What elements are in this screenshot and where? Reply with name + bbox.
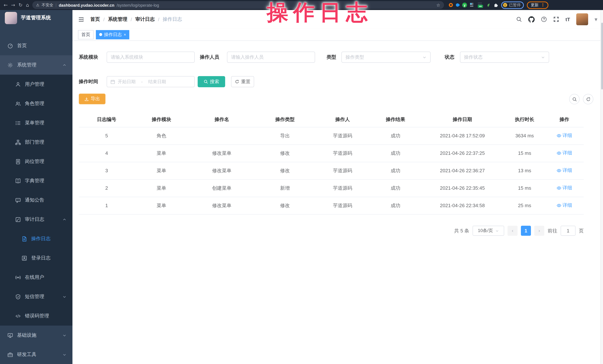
breadcrumb-home[interactable]: 首页 <box>90 16 100 23</box>
current-page-button[interactable]: 1 <box>521 226 531 236</box>
avatar[interactable] <box>576 13 588 25</box>
extension-switch-icon[interactable]: on <box>478 3 483 7</box>
page-size-select[interactable]: 10条/页 <box>473 226 504 236</box>
sidebar-logo-row[interactable]: 芋道管理系统 <box>0 10 72 26</box>
cell-operator: 芋道源码 <box>315 162 371 179</box>
next-page-button[interactable]: › <box>534 226 544 236</box>
logo-image <box>5 12 17 24</box>
breadcrumb-separator: / <box>158 17 159 22</box>
chevron-up-icon <box>62 217 67 221</box>
chevron-down-icon <box>62 295 67 299</box>
extension-y-icon[interactable]: y <box>462 3 467 7</box>
browser-forward-icon[interactable]: → <box>11 3 15 7</box>
help-icon[interactable] <box>541 16 547 22</box>
operate-log-table: 日志编号 操作模块 操作名 操作类型 操作人 操作结果 操作日期 执行时长 操作 <box>79 112 584 214</box>
code-icon <box>15 313 21 319</box>
sidebar-item-posts[interactable]: 岗位管理 <box>0 152 72 171</box>
toggle-search-button[interactable] <box>569 94 580 104</box>
detail-link[interactable]: 详细 <box>557 150 572 156</box>
sidebar-item-label: 错误码管理 <box>25 313 49 319</box>
sidebar-item-login-log[interactable]: 登录日志 <box>0 248 72 268</box>
fullscreen-icon[interactable] <box>553 16 559 22</box>
breadcrumb-system[interactable]: 系统管理 <box>108 16 127 23</box>
cell-type: 修改 <box>255 144 315 162</box>
sidebar-item-label: 菜单管理 <box>25 120 44 126</box>
browser-back-icon[interactable]: ← <box>4 3 8 7</box>
sidebar-item-label: 首页 <box>17 42 27 49</box>
sidebar-item-error-codes[interactable]: 错误码管理 <box>0 306 72 326</box>
pagination-total: 共 5 条 <box>454 227 469 234</box>
sidebar-item-dev-tools[interactable]: 研发工具 <box>0 345 72 364</box>
detail-link[interactable]: 详细 <box>557 185 572 191</box>
sidebar-item-online-users[interactable]: 在线用户 <box>0 268 72 287</box>
tag-home[interactable]: 首页 <box>78 30 94 39</box>
breadcrumb-operate-log: 操作日志 <box>163 16 182 23</box>
extension-puzzle-icon[interactable] <box>493 3 498 7</box>
page-scrollbar[interactable] <box>600 10 603 364</box>
sidebar-item-home[interactable]: 首页 <box>0 36 72 55</box>
bookmark-star-icon[interactable]: ☆ <box>436 2 440 8</box>
extension-tabs-icon[interactable]: ◆ <box>470 3 475 7</box>
browser-menu-icon[interactable]: ⋮ <box>541 3 545 7</box>
reset-button[interactable]: 重置 <box>231 76 254 87</box>
export-button[interactable]: 导出 <box>79 94 105 104</box>
extension-drop-icon[interactable] <box>455 3 460 7</box>
sidebar-item-roles[interactable]: 角色管理 <box>0 94 72 113</box>
hamburger-icon[interactable] <box>78 16 84 22</box>
extension-paused-badge[interactable]: 已暂停 <box>501 1 524 9</box>
calendar-icon <box>110 79 115 84</box>
url-host[interactable]: dashboard.yudao.iocoder.cn <box>59 3 115 7</box>
sidebar-item-menus[interactable]: 菜单管理 <box>0 113 72 132</box>
search-button[interactable]: 搜索 <box>198 76 225 87</box>
sidebar-item-system[interactable]: 系统管理 <box>0 55 72 75</box>
eye-icon <box>557 133 561 138</box>
sidebar-item-label: 短信管理 <box>25 293 44 300</box>
avatar-caret-icon[interactable]: ▼ <box>595 17 597 21</box>
cell-module: 角色 <box>135 127 188 144</box>
browser-home-icon[interactable]: ⌂ <box>26 3 29 7</box>
navbar-actions: tT ▼ <box>516 13 597 25</box>
cell-result: 成功 <box>371 179 421 197</box>
operator-input[interactable] <box>227 52 315 63</box>
browser-update-button[interactable]: 更新 ⋮ <box>527 1 549 9</box>
sidebar-item-operate-log[interactable]: 操作日志 <box>0 229 72 248</box>
breadcrumb-audit-log[interactable]: 审计日志 <box>135 16 155 23</box>
sidebar-item-departments[interactable]: 部门管理 <box>0 132 72 152</box>
refresh-table-button[interactable] <box>583 94 593 104</box>
sidebar-item-notices[interactable]: 通知公告 <box>0 190 72 210</box>
chevron-down-icon <box>62 333 67 337</box>
col-header-date: 操作日期 <box>421 112 504 127</box>
tag-operate-log[interactable]: 操作日志 × <box>96 30 129 39</box>
type-select[interactable]: 操作类型 <box>341 52 431 63</box>
module-input[interactable] <box>107 52 195 63</box>
address-bar[interactable]: ⚠ 不安全 | dashboard.yudao.iocoder.cn/syste… <box>32 1 444 9</box>
prev-page-button[interactable]: ‹ <box>508 226 518 236</box>
tag-close-icon[interactable]: × <box>124 32 126 37</box>
detail-link[interactable]: 详细 <box>557 132 572 139</box>
github-icon[interactable] <box>528 16 535 22</box>
tag-label: 操作日志 <box>104 31 122 38</box>
sidebar-item-audit-log[interactable]: 审计日志 <box>0 210 72 229</box>
org-tree-icon <box>15 139 21 145</box>
cell-duration: 15 ms <box>504 144 545 162</box>
scrollbar-thumb[interactable] <box>601 23 603 89</box>
date-range-picker[interactable]: 开始日期 - 结束日期 <box>107 76 195 87</box>
sidebar-item-sms[interactable]: 短信管理 <box>0 287 72 306</box>
refresh-icon <box>235 79 239 84</box>
breadcrumb-separator: / <box>131 17 132 22</box>
detail-link[interactable]: 详细 <box>557 167 572 174</box>
cell-result: 成功 <box>371 197 421 214</box>
sidebar-item-infrastructure[interactable]: 基础设施 <box>0 326 72 345</box>
status-select[interactable]: 操作状态 <box>460 52 549 63</box>
sidebar-item-users[interactable]: 用户管理 <box>0 75 72 94</box>
url-path[interactable]: /system/log/operate-log <box>117 3 159 7</box>
extension-ring-icon[interactable] <box>449 3 453 7</box>
detail-link[interactable]: 详细 <box>557 202 572 209</box>
sidebar-item-dictionaries[interactable]: 字典管理 <box>0 171 72 190</box>
extension-leaf-icon[interactable] <box>486 3 490 7</box>
security-label[interactable]: 不安全 <box>42 2 53 8</box>
font-size-icon[interactable]: tT <box>566 17 570 22</box>
browser-reload-icon[interactable]: ↻ <box>19 3 23 7</box>
search-icon[interactable] <box>516 16 522 22</box>
goto-page-input[interactable] <box>561 226 576 236</box>
